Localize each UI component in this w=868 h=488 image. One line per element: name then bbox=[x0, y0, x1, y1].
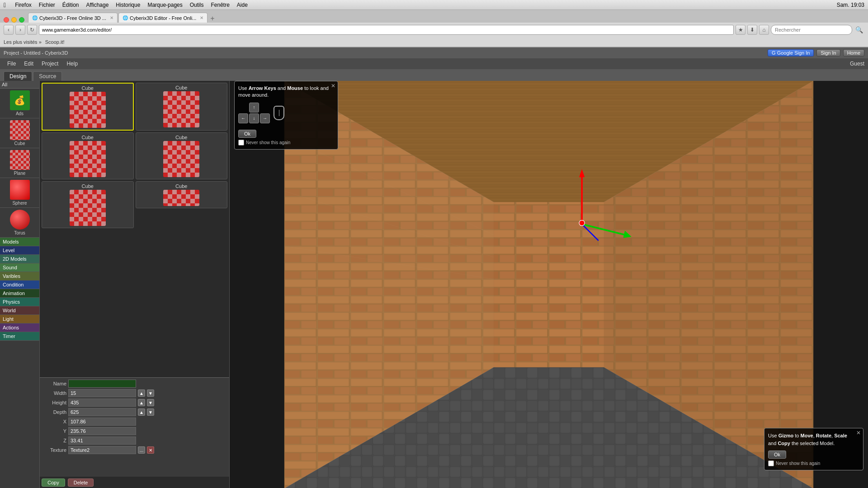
browser-tab-1[interactable]: 🌐 Cyberix3D Editor - Free Onli... ✕ bbox=[118, 13, 208, 23]
cube-label: Cube bbox=[14, 141, 25, 146]
key-right: → bbox=[260, 113, 270, 123]
google-sign-in-button[interactable]: G Google Sign In bbox=[768, 49, 814, 56]
prop-name-input[interactable] bbox=[68, 380, 136, 388]
gizmo-tooltip-text: Use Gizmo to Move, Rotate, Scale and Cop… bbox=[768, 432, 859, 448]
sidebar-item-models[interactable]: Models bbox=[0, 238, 39, 246]
controls-ok-button[interactable]: Ok bbox=[238, 130, 256, 138]
prop-row-depth: Depth ▲ ▼ bbox=[42, 408, 227, 416]
never-show-gizmo-checkbox[interactable] bbox=[768, 460, 774, 466]
svg-point-41 bbox=[579, 220, 585, 225]
home-icon[interactable]: ⌂ bbox=[759, 25, 769, 35]
cube-card-5-icon bbox=[163, 190, 199, 206]
menu-file[interactable]: File bbox=[4, 60, 19, 68]
bookmark-scoopit[interactable]: Scoop.it! bbox=[45, 39, 65, 45]
tab-design[interactable]: Design bbox=[4, 71, 32, 81]
sidebar-item-timer[interactable]: Timer bbox=[0, 332, 39, 341]
sidebar-item-cube[interactable]: Cube bbox=[0, 118, 39, 148]
search-icon[interactable]: 🔍 bbox=[854, 26, 864, 33]
depth-decrease-btn[interactable]: ▼ bbox=[147, 408, 154, 416]
cube-card-4[interactable]: Cube bbox=[42, 181, 134, 228]
cube-card-2[interactable]: Cube bbox=[42, 132, 134, 179]
gizmo-tooltip: ✕ Use Gizmo to Move, Rotate, Scale and C… bbox=[764, 428, 863, 470]
cube-card-1[interactable]: Cube bbox=[136, 83, 228, 131]
sidebar-item-ads[interactable]: 💰 Ads bbox=[0, 89, 39, 118]
tab-1-close[interactable]: ✕ bbox=[200, 15, 203, 20]
prop-x-input[interactable] bbox=[68, 418, 136, 426]
home-button[interactable]: Home bbox=[843, 49, 864, 56]
refresh-button[interactable]: ↻ bbox=[27, 25, 37, 35]
width-decrease-btn[interactable]: ▼ bbox=[147, 389, 154, 397]
sidebar-item-varibles[interactable]: Varibles bbox=[0, 272, 39, 281]
menu-outils[interactable]: Outils bbox=[190, 2, 204, 8]
height-increase-btn[interactable]: ▲ bbox=[138, 399, 145, 406]
new-tab-button[interactable]: + bbox=[208, 14, 216, 23]
app-titlebar: Project - Untitled - Cyberix3D G Google … bbox=[0, 47, 868, 58]
window-close[interactable] bbox=[4, 17, 9, 23]
prop-texture-input[interactable] bbox=[68, 446, 136, 454]
window-minimize[interactable] bbox=[11, 17, 17, 23]
cube-card-3-label: Cube bbox=[175, 135, 187, 140]
gizmo-tooltip-close[interactable]: ✕ bbox=[856, 430, 861, 436]
prop-z-input[interactable] bbox=[68, 436, 136, 445]
viewport[interactable]: ✕ Use Arrow Keys and Mouse to look and m… bbox=[230, 81, 868, 488]
sidebar-item-plane[interactable]: Plane bbox=[0, 148, 39, 178]
sidebar-item-level[interactable]: Level bbox=[0, 246, 39, 255]
texture-browse-btn[interactable]: ... bbox=[138, 446, 145, 454]
sidebar-item-world[interactable]: World bbox=[0, 306, 39, 315]
cube-card-3[interactable]: Cube bbox=[136, 132, 228, 179]
never-show-controls: Never show this again bbox=[238, 140, 334, 145]
menu-aide[interactable]: Aide bbox=[237, 2, 248, 8]
menu-edition[interactable]: Édition bbox=[62, 2, 79, 8]
browser-chrome: 🌐 Cyberix3D - Free Online 3D ... ✕ 🌐 Cyb… bbox=[0, 10, 868, 47]
controls-tooltip-close[interactable]: ✕ bbox=[331, 83, 335, 89]
width-increase-btn[interactable]: ▲ bbox=[138, 389, 145, 397]
download-icon[interactable]: ⬇ bbox=[747, 25, 757, 35]
depth-increase-btn[interactable]: ▲ bbox=[138, 408, 145, 416]
sidebar-item-condition[interactable]: Condition bbox=[0, 281, 39, 289]
menu-marque-pages[interactable]: Marque-pages bbox=[147, 2, 182, 8]
menu-fichier[interactable]: Fichier bbox=[39, 2, 55, 8]
prop-row-height: Height ▲ ▼ bbox=[42, 399, 227, 407]
window-maximize[interactable] bbox=[19, 17, 24, 23]
prop-row-x: X bbox=[42, 418, 227, 426]
sidebar-item-physics[interactable]: Physics bbox=[0, 298, 39, 306]
menu-project[interactable]: Project bbox=[38, 60, 62, 68]
prop-depth-input[interactable] bbox=[68, 408, 136, 416]
tab-source[interactable]: Source bbox=[33, 71, 62, 81]
prop-height-input[interactable] bbox=[68, 399, 136, 407]
menu-help[interactable]: Help bbox=[63, 60, 81, 68]
sidebar-item-animation[interactable]: Animation bbox=[0, 289, 39, 298]
sidebar-item-sphere[interactable]: Sphere bbox=[0, 178, 39, 208]
menu-affichage[interactable]: Affichage bbox=[86, 2, 109, 8]
tab-0-close[interactable]: ✕ bbox=[110, 15, 113, 20]
controls-tooltip: ✕ Use Arrow Keys and Mouse to look and m… bbox=[234, 81, 338, 150]
gizmo-ok-button[interactable]: Ok bbox=[768, 450, 786, 459]
menu-edit[interactable]: Edit bbox=[20, 60, 37, 68]
sidebar-item-sound[interactable]: Sound bbox=[0, 263, 39, 272]
never-show-controls-checkbox[interactable] bbox=[238, 140, 244, 145]
back-button[interactable]: ‹ bbox=[4, 25, 14, 35]
cube-card-5[interactable]: Cube bbox=[136, 181, 228, 208]
texture-clear-btn[interactable]: ✕ bbox=[147, 446, 154, 454]
sign-in-button[interactable]: Sign In bbox=[816, 49, 840, 56]
forward-button[interactable]: › bbox=[15, 25, 25, 35]
menu-historique[interactable]: Historique bbox=[116, 2, 140, 8]
delete-button[interactable]: Delete bbox=[68, 479, 94, 487]
sidebar-item-actions[interactable]: Actions bbox=[0, 324, 39, 332]
copy-button[interactable]: Copy bbox=[42, 479, 65, 487]
menu-fenetre[interactable]: Fenêtre bbox=[211, 2, 229, 8]
prop-y-input[interactable] bbox=[68, 427, 136, 435]
sidebar-item-torus[interactable]: Torus bbox=[0, 208, 39, 238]
prop-width-input[interactable] bbox=[68, 389, 136, 397]
bookmark-star[interactable]: ★ bbox=[736, 25, 745, 35]
url-bar[interactable] bbox=[39, 25, 734, 35]
sidebar-item-light[interactable]: Light bbox=[0, 315, 39, 324]
bookmark-most-visited[interactable]: Les plus visités » bbox=[4, 39, 42, 45]
menu-firefox[interactable]: Firefox bbox=[15, 2, 32, 8]
cube-card-0[interactable]: Cube bbox=[42, 83, 134, 131]
height-decrease-btn[interactable]: ▼ bbox=[147, 399, 154, 406]
sidebar-item-2dmodels[interactable]: 2D Models bbox=[0, 255, 39, 263]
search-input[interactable] bbox=[771, 25, 852, 35]
browser-tab-0[interactable]: 🌐 Cyberix3D - Free Online 3D ... ✕ bbox=[28, 13, 118, 23]
apple-menu[interactable]:  bbox=[4, 1, 6, 9]
